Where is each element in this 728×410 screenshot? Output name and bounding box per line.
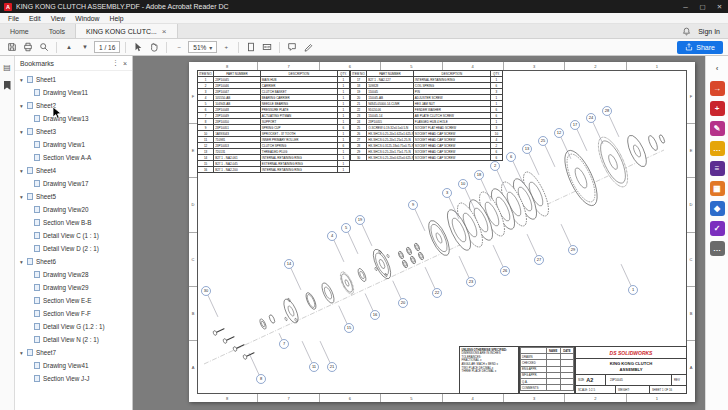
bookmark-view-item[interactable]: Drawing View11 xyxy=(15,86,132,99)
hand-tool-icon[interactable] xyxy=(147,40,161,54)
chevron-down-icon[interactable]: ▾ xyxy=(20,168,27,174)
export-pdf-tool[interactable]: → xyxy=(710,81,725,96)
collapse-panel-icon[interactable]: ‹ xyxy=(710,61,725,76)
signature-pen-icon[interactable] xyxy=(301,40,315,54)
sheet-size: A2 xyxy=(586,377,593,383)
print-icon[interactable] xyxy=(21,40,35,54)
bookmark-view-item[interactable]: Detail View G (1.2 : 1) xyxy=(15,320,132,333)
zone-label: 6 xyxy=(320,62,381,70)
bookmark-icon xyxy=(34,115,40,122)
search-icon[interactable] xyxy=(37,40,51,54)
fit-width-icon[interactable] xyxy=(260,40,274,54)
bookmark-icon xyxy=(27,349,33,356)
bookmark-sheet-item[interactable]: ▾Sheet1 xyxy=(15,73,132,86)
maximize-button[interactable]: ▢ xyxy=(694,0,711,13)
select-tool-icon[interactable] xyxy=(131,40,145,54)
zone-label: 7 xyxy=(258,62,319,70)
menu-item-file[interactable]: File xyxy=(3,15,24,22)
bookmark-icon xyxy=(27,167,33,174)
bookmark-sheet-item[interactable]: ▾Sheet3 xyxy=(15,125,132,138)
scale-cell: SCALE: 1:2.5 xyxy=(576,386,616,393)
create-pdf-tool[interactable]: + xyxy=(710,101,725,116)
bookmark-label: Drawing View11 xyxy=(43,89,88,96)
bookmarks-panel-title: Bookmarks xyxy=(20,60,54,67)
menu-item-view[interactable]: View xyxy=(46,15,71,22)
menu-bar: FileEditViewWindowHelp xyxy=(0,13,728,24)
bookmark-label: Drawing View1 xyxy=(43,141,85,148)
bookmark-view-item[interactable]: Drawing View20 xyxy=(15,203,132,216)
chevron-down-icon[interactable]: ▾ xyxy=(20,77,27,83)
tolerance-notes: UNLESS OTHERWISE SPECIFIED:DIMENSIONS AR… xyxy=(459,346,519,394)
bookmark-view-item[interactable]: Section View E-E xyxy=(15,294,132,307)
zone-label: B xyxy=(687,287,695,341)
zone-label: C xyxy=(189,233,197,287)
bookmark-view-item[interactable]: Detail View C (1 : 1) xyxy=(15,229,132,242)
bookmark-view-item[interactable]: Detail View D (2 : 1) xyxy=(15,242,132,255)
bookmark-view-item[interactable]: Section View F-F xyxy=(15,307,132,320)
notification-bell-icon[interactable] xyxy=(682,27,691,36)
combine-files-tool[interactable]: ≡ xyxy=(710,161,725,176)
bookmark-view-item[interactable]: Drawing View29 xyxy=(15,281,132,294)
zoom-in-icon[interactable]: + xyxy=(219,40,233,54)
bookmark-icon xyxy=(27,258,33,265)
zoom-out-icon[interactable]: − xyxy=(172,40,186,54)
bookmark-icon xyxy=(34,336,40,343)
bookmarks-panel-icon[interactable] xyxy=(4,81,11,90)
bookmark-view-item[interactable]: Drawing View13 xyxy=(15,112,132,125)
bookmark-view-item[interactable]: Drawing View28 xyxy=(15,268,132,281)
bookmark-view-item[interactable]: Drawing View41 xyxy=(15,359,132,372)
previous-page-icon[interactable]: ▲ xyxy=(62,40,76,54)
menu-item-help[interactable]: Help xyxy=(104,15,128,22)
fit-page-icon[interactable] xyxy=(244,40,258,54)
fill-sign-tool[interactable]: ✓ xyxy=(710,221,725,236)
bookmark-sheet-item[interactable]: ▾Sheet5 xyxy=(15,190,132,203)
bookmark-view-item[interactable]: Detail View N (2 : 1) xyxy=(15,333,132,346)
bookmarks-close-icon[interactable]: × xyxy=(123,60,127,67)
window-title: KING KONG CLUTCH ASSEMBLY.PDF - Adobe Ac… xyxy=(16,3,677,10)
chevron-down-icon[interactable]: ▾ xyxy=(20,103,27,109)
bookmark-icon xyxy=(34,219,40,226)
tab-tools[interactable]: Tools xyxy=(39,24,75,38)
edit-pdf-tool[interactable]: ✎ xyxy=(710,121,725,136)
bookmark-sheet-item[interactable]: ▾Sheet4 xyxy=(15,164,132,177)
zoom-level-dropdown[interactable]: 51% ▾ xyxy=(188,41,217,53)
comment-tool[interactable]: … xyxy=(710,141,725,156)
zone-label: E xyxy=(189,124,197,178)
tab-document[interactable]: KING KONG CLUTC... × xyxy=(75,24,177,38)
sign-in-button[interactable]: Sign In xyxy=(698,28,720,35)
weight-cell: WEIGHT: xyxy=(616,386,650,393)
zone-label: A xyxy=(189,341,197,394)
more-tools[interactable]: … xyxy=(710,241,725,256)
bookmark-view-item[interactable]: Drawing View1 xyxy=(15,138,132,151)
bookmark-sheet-item[interactable]: ▾Sheet6 xyxy=(15,255,132,268)
menu-item-window[interactable]: Window xyxy=(70,15,104,22)
bookmark-sheet-item[interactable]: ▾Sheet2 xyxy=(15,99,132,112)
bookmark-view-item[interactable]: Section View A-A xyxy=(15,151,132,164)
organize-pages-tool[interactable]: ▦ xyxy=(710,181,725,196)
tab-close-icon[interactable]: × xyxy=(162,27,167,36)
chevron-down-icon[interactable]: ▾ xyxy=(20,259,27,265)
chevron-down-icon[interactable]: ▾ xyxy=(20,350,27,356)
bookmark-sheet-item[interactable]: ▾Sheet7 xyxy=(15,346,132,359)
minimize-button[interactable]: ─ xyxy=(677,0,694,13)
close-button[interactable]: ✕ xyxy=(711,0,728,13)
bookmarks-options-icon[interactable]: ⋮ xyxy=(112,59,119,67)
page-thumbnails-panel-icon[interactable]: ▤ xyxy=(3,63,12,72)
chevron-down-icon[interactable]: ▾ xyxy=(20,194,27,200)
bookmark-view-item[interactable]: Section View B-B xyxy=(15,216,132,229)
zone-label: 5 xyxy=(381,62,442,70)
menu-item-edit[interactable]: Edit xyxy=(24,15,46,22)
share-button[interactable]: Share xyxy=(677,41,723,54)
tab-home[interactable]: Home xyxy=(0,24,39,38)
bookmark-view-item[interactable]: Drawing View17 xyxy=(15,177,132,190)
next-page-icon[interactable]: ▼ xyxy=(78,40,92,54)
page-number-input[interactable]: 1 / 16 xyxy=(94,41,120,53)
bookmark-view-item[interactable]: Section View J-J xyxy=(15,372,132,385)
chevron-down-icon[interactable]: ▾ xyxy=(20,129,27,135)
document-viewer[interactable]: 87654321 87654321 FEDCBA FEDCBA ITEM NO.… xyxy=(133,56,705,410)
save-icon[interactable] xyxy=(5,40,19,54)
title-block: UNLESS OTHERWISE SPECIFIED:DIMENSIONS AR… xyxy=(459,346,687,394)
bookmark-icon xyxy=(34,141,40,148)
protect-tool[interactable]: ◆ xyxy=(710,201,725,216)
comment-icon[interactable] xyxy=(285,40,299,54)
